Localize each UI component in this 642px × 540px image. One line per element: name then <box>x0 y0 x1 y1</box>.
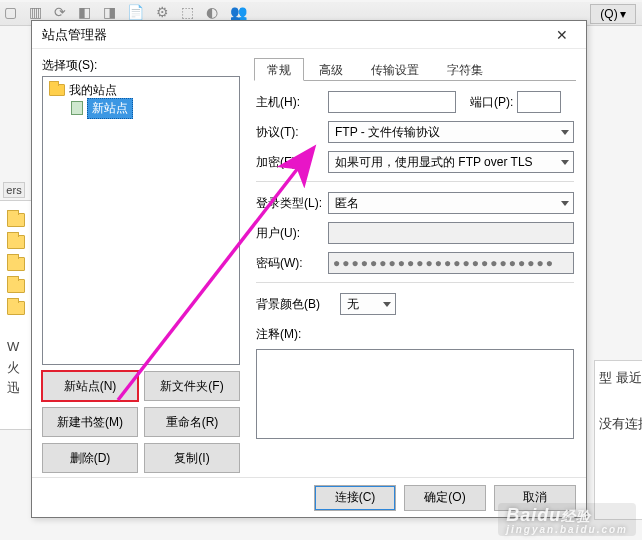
logintype-label: 登录类型(L): <box>256 195 328 212</box>
tab-bar: 常规 高级 传输设置 字符集 <box>254 57 576 81</box>
ok-button[interactable]: 确定(O) <box>404 485 486 511</box>
site-manager-dialog: 站点管理器 ✕ 选择项(S): 我的站点 新站点 <box>31 20 587 518</box>
tab-transfer[interactable]: 传输设置 <box>358 58 432 81</box>
encryption-label: 加密(E): <box>256 154 328 171</box>
bgcolor-value: 无 <box>347 296 359 313</box>
chevron-down-icon <box>561 160 569 165</box>
separator <box>256 282 574 283</box>
password-input <box>328 252 574 274</box>
new-folder-button[interactable]: 新文件夹(F) <box>144 371 240 401</box>
bg-right-item: 型 最近 <box>599 369 638 387</box>
notes-label: 注释(M): <box>256 326 328 343</box>
chevron-down-icon <box>561 130 569 135</box>
bgcolor-select[interactable]: 无 <box>340 293 396 315</box>
protocol-label: 协议(T): <box>256 124 328 141</box>
host-label: 主机(H): <box>256 94 328 111</box>
bg-letter: 火 <box>7 359 20 377</box>
new-bookmark-button[interactable]: 新建书签(M) <box>42 407 138 437</box>
folder-icon <box>7 235 25 249</box>
tab-advanced[interactable]: 高级 <box>306 58 356 81</box>
connect-button[interactable]: 连接(C) <box>314 485 396 511</box>
protocol-select[interactable]: FTP - 文件传输协议 <box>328 121 574 143</box>
port-label: 端口(P): <box>470 94 513 111</box>
host-input[interactable] <box>328 91 456 113</box>
tab-general[interactable]: 常规 <box>254 58 304 81</box>
user-input <box>328 222 574 244</box>
folder-icon <box>7 213 25 227</box>
password-label: 密码(W): <box>256 255 328 272</box>
bg-letter: 迅 <box>7 379 20 397</box>
encryption-value: 如果可用，使用显式的 FTP over TLS <box>335 154 533 171</box>
tree-root[interactable]: 我的站点 <box>45 81 237 99</box>
protocol-value: FTP - 文件传输协议 <box>335 124 440 141</box>
site-icon <box>71 101 83 115</box>
folder-icon <box>49 84 65 96</box>
copy-button[interactable]: 复制(I) <box>144 443 240 473</box>
logintype-value: 匿名 <box>335 195 359 212</box>
port-input[interactable] <box>517 91 561 113</box>
site-tree[interactable]: 我的站点 新站点 <box>42 76 240 365</box>
chevron-down-icon <box>383 302 391 307</box>
encryption-select[interactable]: 如果可用，使用显式的 FTP over TLS <box>328 151 574 173</box>
bg-right-item: 没有连接 <box>599 415 638 433</box>
user-label: 用户(U): <box>256 225 328 242</box>
delete-button[interactable]: 删除(D) <box>42 443 138 473</box>
watermark: Baidu经验 jingyan.baidu.com <box>498 503 636 536</box>
background-right-panel: 型 最近 没有连接 <box>594 360 642 520</box>
folder-icon <box>7 257 25 271</box>
bg-ers-badge: ers <box>3 182 25 198</box>
close-icon[interactable]: ✕ <box>544 24 580 46</box>
chevron-down-icon <box>561 201 569 206</box>
select-label: 选择项(S): <box>42 57 240 74</box>
bg-letter: W <box>7 339 19 354</box>
folder-icon <box>7 301 25 315</box>
titlebar: 站点管理器 ✕ <box>32 21 586 49</box>
dialog-title: 站点管理器 <box>42 26 544 44</box>
rename-button[interactable]: 重命名(R) <box>144 407 240 437</box>
background-folder-strip: W 火 迅 <box>0 200 34 430</box>
separator <box>256 181 574 182</box>
bgcolor-label: 背景颜色(B) <box>256 296 340 313</box>
notes-textarea[interactable] <box>256 349 574 439</box>
tree-root-label: 我的站点 <box>69 82 117 99</box>
new-site-button[interactable]: 新站点(N) <box>42 371 138 401</box>
tree-site-label: 新站点 <box>87 98 133 119</box>
toolbar-glyphs: ▢ ▥ ⟳ ◧ ◨ 📄 ⚙ ⬚ ◐ 👥 <box>4 4 251 20</box>
tree-site-item[interactable]: 新站点 <box>45 99 237 117</box>
bg-q-button[interactable]: (Q) ▾ <box>590 4 636 24</box>
logintype-select[interactable]: 匿名 <box>328 192 574 214</box>
folder-icon <box>7 279 25 293</box>
tab-charset[interactable]: 字符集 <box>434 58 496 81</box>
